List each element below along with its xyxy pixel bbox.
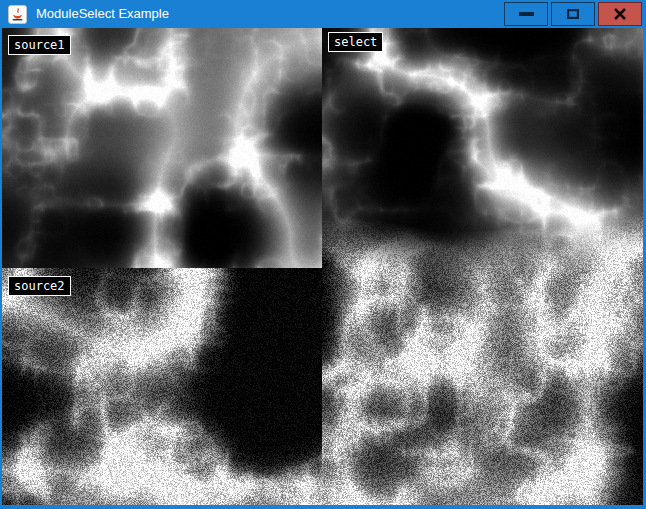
close-button[interactable] — [598, 2, 642, 26]
java-coffee-cup-icon — [8, 5, 27, 24]
source1-label: source1 — [8, 35, 71, 55]
titlebar[interactable]: ModuleSelect Example — [0, 0, 646, 28]
select-label: select — [328, 32, 383, 52]
maximize-icon — [567, 9, 579, 19]
source1-preview-render — [2, 28, 322, 268]
app-window: ModuleSelect Example source1 se — [0, 0, 646, 509]
minimize-icon — [519, 12, 534, 16]
maximize-button[interactable] — [551, 2, 595, 26]
close-icon — [614, 8, 626, 20]
window-title: ModuleSelect Example — [36, 0, 169, 28]
window-controls — [504, 2, 642, 26]
source2-preview-render — [2, 268, 322, 505]
source2-label: source2 — [8, 276, 71, 296]
minimize-button[interactable] — [504, 2, 548, 26]
render-area: source1 select source2 — [2, 28, 643, 505]
